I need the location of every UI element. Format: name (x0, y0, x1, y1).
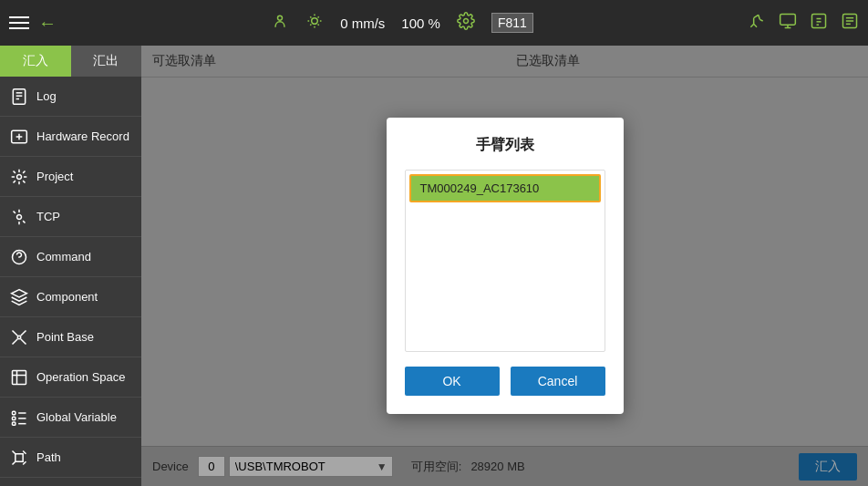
sidebar-tabs: 汇入 汇出 (0, 46, 141, 77)
svg-rect-4 (812, 14, 826, 27)
svg-rect-12 (13, 88, 25, 104)
component-icon (9, 287, 29, 307)
svg-point-0 (278, 16, 283, 20)
svg-point-2 (463, 18, 468, 23)
sidebar-label-point-base: Point Base (36, 330, 132, 344)
sidebar-label-project: Project (36, 170, 132, 183)
svg-point-20 (17, 214, 22, 219)
project-icon (9, 167, 29, 187)
sidebar-label-path: Path (36, 450, 132, 464)
modal-actions: OK Cancel (405, 367, 605, 396)
sidebar-items: Log Hardware Record (0, 77, 141, 486)
svg-point-1 (312, 17, 318, 24)
sidebar-label-operation-space: Operation Space (36, 370, 132, 384)
sidebar-item-point-base[interactable]: Point Base (0, 317, 141, 357)
hardware-icon (9, 127, 29, 147)
sidebar-label-hardware-record: Hardware Record (36, 129, 132, 143)
modal-cancel-button[interactable]: Cancel (511, 367, 605, 396)
sidebar-label-log: Log (36, 89, 132, 103)
log-icon (9, 87, 29, 107)
sidebar-item-component[interactable]: Component (0, 277, 141, 317)
content-area: 可选取清单 已选取清单 手臂列表 TM000249_AC173610 OK Ca… (141, 46, 868, 486)
variable-icon (9, 408, 29, 428)
sidebar-item-operation-space[interactable]: Operation Space (0, 357, 141, 398)
robot-status-icon (271, 12, 289, 35)
tcp-icon (9, 207, 29, 227)
speed-icon (305, 12, 324, 35)
sidebar-item-global-variable[interactable]: Global Variable (0, 398, 141, 438)
sidebar: 汇入 汇出 Log (0, 46, 141, 486)
sidebar-item-command[interactable]: Command (0, 237, 141, 277)
svg-rect-26 (13, 417, 16, 419)
hamburger-menu[interactable] (9, 16, 29, 29)
main-layout: 汇入 汇出 Log (0, 46, 868, 486)
sidebar-label-global-variable: Global Variable (36, 410, 132, 424)
info-icon[interactable] (810, 12, 828, 35)
robot-arm-icon[interactable] (748, 12, 766, 35)
sidebar-label-tcp: TCP (36, 210, 132, 223)
tab-export[interactable]: 汇出 (71, 46, 142, 77)
modal-list: TM000249_AC173610 (405, 170, 605, 352)
topbar: ← 0 mm/s 100 % F811 (0, 0, 868, 46)
modal-list-item[interactable]: TM000249_AC173610 (409, 174, 601, 202)
sidebar-item-log[interactable]: Log (0, 77, 141, 117)
sidebar-item-project[interactable]: Project (0, 157, 141, 197)
sidebar-label-command: Command (36, 250, 132, 264)
modal-ok-button[interactable]: OK (405, 367, 500, 396)
speed-value: 0 mm/s (340, 16, 385, 31)
svg-point-22 (17, 336, 20, 338)
svg-rect-3 (780, 14, 796, 25)
point-icon (9, 327, 29, 347)
tab-import[interactable]: 汇入 (0, 46, 71, 77)
sidebar-label-component: Component (36, 290, 132, 304)
list-icon[interactable] (841, 12, 859, 35)
monitor-icon[interactable] (779, 12, 797, 35)
command-icon (9, 247, 29, 267)
arm-list-modal: 手臂列表 TM000249_AC173610 OK Cancel (387, 118, 624, 414)
modal-title: 手臂列表 (405, 136, 605, 155)
svg-point-19 (17, 174, 22, 179)
operation-icon (9, 367, 29, 388)
path-icon (9, 448, 29, 468)
svg-rect-28 (13, 422, 16, 425)
back-button[interactable]: ← (38, 13, 57, 34)
sidebar-item-hardware-record[interactable]: Hardware Record (0, 117, 141, 157)
percent-value: 100 % (401, 16, 440, 31)
svg-rect-23 (13, 370, 26, 384)
sidebar-item-tcp[interactable]: TCP (0, 197, 141, 237)
modal-overlay: 手臂列表 TM000249_AC173610 OK Cancel (141, 46, 868, 486)
gear-icon (457, 12, 475, 35)
fcode-value: F811 (491, 13, 533, 33)
sidebar-item-path[interactable]: Path (0, 438, 141, 478)
svg-rect-24 (13, 411, 16, 414)
